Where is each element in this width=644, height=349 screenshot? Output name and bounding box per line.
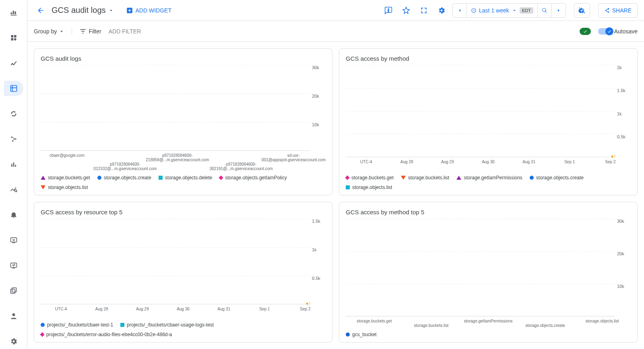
time-range-button[interactable]: Last 1 week EDT <box>467 4 538 17</box>
time-next-button[interactable] <box>552 4 566 17</box>
chart-legend: projects/_/buckets/cbaer-test-1projects/… <box>41 322 326 337</box>
chart-plot-c3[interactable]: ▼! <box>41 219 310 304</box>
group-by-dropdown[interactable]: Group by <box>34 28 72 35</box>
share-label: SHARE <box>612 7 632 14</box>
nav-error[interactable] <box>4 232 23 248</box>
status-ok-badge <box>580 28 591 35</box>
time-zoom-button[interactable] <box>538 4 552 17</box>
toggle-track <box>598 28 613 35</box>
legend-item[interactable]: storage.objects.getIamPolicy <box>219 175 287 181</box>
x-axis: UTC-4Aug 28Aug 29Aug 30Aug 31Sep 1Sep 2 <box>41 307 326 318</box>
legend-item[interactable]: storage.objects.create <box>530 175 584 181</box>
fullscreen-button[interactable] <box>417 4 431 17</box>
chart-title: GCS access by resource top 5 <box>41 209 326 216</box>
toggle-knob <box>605 27 613 35</box>
x-axis: cbaer@google.comp971828084600-218859@...… <box>41 153 326 162</box>
chart-legend: gcs_bucket <box>346 332 631 337</box>
share-icon <box>604 8 610 13</box>
x-axis-row2: p971828084600-012332@...m.gserviceaccoun… <box>41 162 326 171</box>
chart-plot-c4[interactable] <box>346 219 615 316</box>
svg-point-3 <box>14 38 16 41</box>
y-axis: 30k20k10k <box>615 219 631 316</box>
dashboard-title-dropdown[interactable]: GCS audit logs <box>52 6 114 15</box>
nav-explore[interactable] <box>4 182 23 197</box>
legend-item[interactable]: storage.objects.create <box>97 175 151 181</box>
nav-user[interactable] <box>4 308 23 324</box>
nav-overview[interactable] <box>4 30 23 46</box>
annotate-button[interactable] <box>382 4 395 17</box>
back-button[interactable] <box>34 4 47 17</box>
chart-card-c2: GCS access by method ▼! 2k1.5k1k0.5k UTC… <box>339 48 638 195</box>
svg-rect-15 <box>10 289 15 294</box>
legend-item[interactable]: storage.buckets.get <box>41 175 90 181</box>
svg-point-7 <box>12 140 13 142</box>
x-axis: storage.buckets.getstorage.getIamPermiss… <box>346 319 631 323</box>
settings-button[interactable] <box>435 4 448 17</box>
warning-flag-icon: ▼! <box>305 302 310 306</box>
y-axis: 1.5k1k0.5k <box>310 219 326 304</box>
time-range-label: Last 1 week <box>479 7 509 14</box>
nav-uptime[interactable] <box>4 156 23 172</box>
chart-plot-c2[interactable]: ▼! <box>346 65 615 157</box>
nav-logo[interactable] <box>4 5 23 21</box>
legend-item[interactable]: storage.buckets.get <box>346 175 394 181</box>
svg-rect-14 <box>12 287 16 292</box>
caret-down-icon <box>59 29 64 34</box>
time-prev-button[interactable] <box>453 4 467 17</box>
sync-off-button[interactable] <box>574 3 590 18</box>
legend-item[interactable]: storage.objects.list <box>41 185 88 190</box>
nav-alerting[interactable] <box>4 207 23 223</box>
legend-item[interactable]: projects/_/buckets/cbaer-test-1 <box>41 322 113 328</box>
chart-title: GCS access by method top 5 <box>346 209 631 216</box>
svg-rect-0 <box>11 35 13 38</box>
nav-slos[interactable] <box>4 131 23 147</box>
legend-item[interactable]: storage.buckets.list <box>401 175 450 181</box>
legend-item[interactable]: storage.objects.list <box>346 185 392 190</box>
legend-item[interactable]: storage.objects.delete <box>159 175 212 181</box>
legend-item[interactable]: projects/_/buckets/cbaer-usage-logs-test <box>120 322 214 328</box>
legend-item[interactable]: storage.getIamPermissions <box>456 175 522 181</box>
autosave-label: Autosave <box>614 28 638 35</box>
nav-dashboards[interactable] <box>4 81 23 96</box>
tz-badge: EDT <box>520 7 533 14</box>
svg-rect-4 <box>10 86 17 92</box>
filter-icon <box>79 28 87 35</box>
svg-rect-2 <box>11 38 13 41</box>
nav-metrics[interactable] <box>4 55 23 71</box>
dashboard-title: GCS audit logs <box>52 6 106 15</box>
add-filter-button[interactable]: ADD FILTER <box>109 28 141 35</box>
svg-rect-8 <box>11 164 12 167</box>
nav-monitor2[interactable] <box>4 258 23 273</box>
svg-rect-1 <box>14 35 16 38</box>
nav-groups[interactable] <box>4 283 23 298</box>
chart-card-c3: GCS access by resource top 5 ▼! 1.5k1k0.… <box>34 202 332 343</box>
group-by-label: Group by <box>34 28 57 35</box>
time-range-selector: Last 1 week EDT <box>452 3 566 18</box>
y-axis: 30k20k10k <box>310 65 326 151</box>
caret-down-icon <box>512 8 517 13</box>
warning-flag-icon: ▼! <box>610 154 615 159</box>
add-widget-button[interactable]: ADD WIDGET <box>126 7 171 14</box>
autosave-toggle[interactable]: Autosave <box>598 28 638 35</box>
filter-label: Filter <box>89 28 101 35</box>
chart-legend: storage.buckets.getstorage.buckets.lists… <box>346 175 631 190</box>
nav-settings[interactable] <box>4 333 23 349</box>
add-widget-label: ADD WIDGET <box>136 7 171 14</box>
y-axis: 2k1.5k1k0.5k <box>615 65 631 157</box>
svg-point-16 <box>12 313 15 316</box>
chart-plot-c1[interactable]: △ <box>41 65 310 151</box>
svg-rect-13 <box>10 263 17 267</box>
clock-icon <box>471 8 477 13</box>
filter-button[interactable]: Filter <box>79 28 101 35</box>
share-button[interactable]: SHARE <box>598 3 638 18</box>
nav-services[interactable] <box>4 106 23 121</box>
star-button[interactable] <box>399 4 413 17</box>
legend-item[interactable]: projects/_/buckets/error-audio-files-ebe… <box>41 332 172 337</box>
x-axis-row2: storage.buckets.liststorage.objects.crea… <box>346 323 631 328</box>
filter-bar: Group by Filter ADD FILTER Autosave <box>27 21 644 42</box>
svg-rect-10 <box>15 164 16 166</box>
legend-item[interactable]: gcs_bucket <box>346 332 377 337</box>
chart-card-c4: GCS access by method top 5 30k20k10k sto… <box>339 202 638 343</box>
x-axis: UTC-4Aug 28Aug 29Aug 30Aug 31Sep 1Sep 2 <box>346 160 631 171</box>
dashboard-grid: GCS audit logs △ 30k20k10k cbaer@google.… <box>27 42 644 349</box>
